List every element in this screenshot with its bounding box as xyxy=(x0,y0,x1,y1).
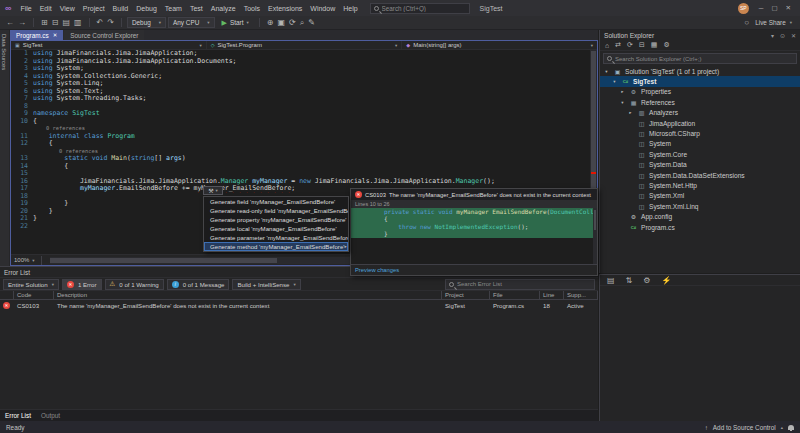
quick-action-item[interactable]: Generate method 'myManager_EmailSendBefo… xyxy=(204,242,348,251)
notifications-bell-icon[interactable] xyxy=(788,425,794,430)
maximize-icon[interactable]: ▢ xyxy=(767,4,781,12)
properties-icon[interactable]: ⚙ xyxy=(641,276,652,285)
new-project-icon[interactable]: ⊞ xyxy=(39,18,50,27)
tree-item[interactable]: ◫System.Data xyxy=(600,160,800,170)
menu-analyze[interactable]: Analyze xyxy=(207,5,240,12)
tree-item[interactable]: ▾▦References xyxy=(600,97,800,107)
column-header[interactable]: Line xyxy=(540,291,564,299)
solution-explorer-search-box[interactable] xyxy=(603,53,797,64)
configuration-dropdown[interactable]: Debug▾ xyxy=(127,17,166,28)
add-to-source-control-button[interactable]: Add to Source Control xyxy=(713,424,776,431)
menu-file[interactable]: File xyxy=(16,5,35,12)
search-input[interactable] xyxy=(382,5,466,12)
save-all-icon[interactable]: ▥ xyxy=(72,18,84,27)
platform-dropdown[interactable]: Any CPU▾ xyxy=(168,17,215,28)
tree-item[interactable]: ◫System xyxy=(600,139,800,149)
menu-extensions[interactable]: Extensions xyxy=(264,5,306,12)
error-search-input[interactable] xyxy=(457,281,591,287)
tree-item[interactable]: ⚙App.config xyxy=(600,211,800,221)
menu-tools[interactable]: Tools xyxy=(240,5,264,12)
menu-project[interactable]: Project xyxy=(79,5,109,12)
tree-item[interactable]: ◫System.Xml.Linq xyxy=(600,201,800,211)
menu-edit[interactable]: Edit xyxy=(36,5,56,12)
close-icon[interactable]: ✕ xyxy=(782,4,795,12)
panel-tab-output[interactable]: Output xyxy=(41,412,60,419)
menu-view[interactable]: View xyxy=(56,5,79,12)
quick-search-box[interactable] xyxy=(370,3,470,14)
menu-window[interactable]: Window xyxy=(306,5,339,12)
open-file-icon[interactable]: ⊟ xyxy=(50,18,61,27)
menu-build[interactable]: Build xyxy=(109,5,133,12)
editor-tab-program-cs[interactable]: Program.cs✕ xyxy=(10,30,63,40)
tree-item[interactable]: ▸▥Analyzers xyxy=(600,108,800,118)
quick-action-item[interactable]: Generate read-only field 'myManager_Emai… xyxy=(204,206,348,215)
member-dropdown[interactable]: ◆Main(string[] args)▾ xyxy=(402,41,597,49)
solution-search-input[interactable] xyxy=(615,56,793,62)
save-icon[interactable]: ▤ xyxy=(60,18,72,27)
column-header[interactable]: Description xyxy=(54,291,442,299)
undo-icon[interactable]: ↶ xyxy=(95,18,106,27)
tree-item[interactable]: ◫Microsoft.CSharp xyxy=(600,128,800,138)
error-row[interactable]: ✕CS0103The name 'myManager_EmailSendBefo… xyxy=(0,300,598,310)
menu-debug[interactable]: Debug xyxy=(132,5,161,12)
quick-action-item[interactable]: Generate parameter 'myManager_EmailSendB… xyxy=(204,233,348,242)
close-icon[interactable]: ✕ xyxy=(53,32,58,38)
preview-scrollbar[interactable] xyxy=(593,208,597,264)
column-header[interactable]: Supp... xyxy=(564,291,598,299)
chevron-down-icon[interactable]: ▾ xyxy=(771,32,774,39)
column-header[interactable]: Code xyxy=(14,291,54,299)
chevron-icon[interactable]: ▸ xyxy=(619,89,626,94)
chevron-icon[interactable]: ▾ xyxy=(619,100,626,105)
editor-tab-source-control-explorer[interactable]: Source Control Explorer xyxy=(64,30,144,40)
redo-icon[interactable]: ↷ xyxy=(105,18,116,27)
chevron-icon[interactable]: ▸ xyxy=(627,110,634,115)
collapse-all-icon[interactable]: ⊟ xyxy=(639,41,645,49)
tree-item[interactable]: ◫System.Xml xyxy=(600,191,800,201)
menu-test[interactable]: Test xyxy=(186,5,207,12)
edit-icon[interactable]: ✎ xyxy=(306,18,317,28)
live-share-label[interactable]: Live Share xyxy=(755,19,786,26)
find-icon[interactable]: ⌕ xyxy=(298,18,306,28)
pin-icon[interactable]: ⊙ xyxy=(780,32,785,39)
show-all-files-icon[interactable]: ▦ xyxy=(651,41,658,49)
refresh-icon[interactable]: ⟳ xyxy=(627,41,633,49)
switch-views-icon[interactable]: ⇄ xyxy=(615,41,621,49)
tree-item[interactable]: ◫System.Net.Http xyxy=(600,180,800,190)
errors-toggle[interactable]: ✕1 Error xyxy=(62,279,102,290)
alphabetical-icon[interactable]: ⇅ xyxy=(624,276,635,285)
messages-toggle[interactable]: i0 of 1 Message xyxy=(167,279,230,290)
quick-action-item[interactable]: Generate property 'myManager_EmailSendBe… xyxy=(204,215,348,224)
home-icon[interactable]: ⌂ xyxy=(605,42,609,49)
column-header[interactable]: Project xyxy=(442,291,490,299)
quick-action-item[interactable]: Generate field 'myManager_EmailSendBefor… xyxy=(204,197,348,206)
refresh-icon[interactable]: ⟳ xyxy=(287,18,298,28)
tree-item[interactable]: ▾C#SigTest xyxy=(600,76,800,86)
chevron-icon[interactable]: ▾ xyxy=(611,79,618,84)
properties-icon[interactable]: ⚙ xyxy=(663,41,669,49)
events-icon[interactable]: ⚡ xyxy=(659,276,673,285)
back-icon[interactable]: ← xyxy=(4,18,16,27)
menu-team[interactable]: Team xyxy=(161,5,186,12)
data-sources-vertical-tab[interactable]: Data Sources xyxy=(1,30,7,70)
tree-item[interactable]: C#Program.cs xyxy=(600,222,800,232)
chevron-icon[interactable]: ▾ xyxy=(603,69,610,74)
column-header[interactable]: File xyxy=(490,291,540,299)
panel-tab-error-list[interactable]: Error List xyxy=(5,412,31,419)
scope-dropdown[interactable]: Entire Solution▾ xyxy=(3,279,59,290)
tree-item[interactable]: ◫System.Data.DataSetExtensions xyxy=(600,170,800,180)
avatar[interactable]: SP xyxy=(738,3,749,14)
minimize-icon[interactable]: ─ xyxy=(755,4,768,12)
tree-item[interactable]: ◫System.Core xyxy=(600,149,800,159)
categorized-icon[interactable]: ▤ xyxy=(605,276,617,285)
tree-item[interactable]: ▸⚙Properties xyxy=(600,87,800,97)
preview-changes-link[interactable]: Preview changes xyxy=(355,267,399,273)
tree-item[interactable]: ◫JimaApplication xyxy=(600,118,800,128)
zoom-level[interactable]: 100% xyxy=(14,257,29,263)
close-icon[interactable]: ✕ xyxy=(791,32,796,39)
forward-icon[interactable]: → xyxy=(16,18,28,27)
attach-icon[interactable]: ⊕ xyxy=(265,18,276,28)
quick-actions-button[interactable]: ⚒ ▾ xyxy=(203,186,223,195)
menu-help[interactable]: Help xyxy=(339,5,361,12)
build-icon[interactable]: ▣ xyxy=(275,18,287,28)
quick-action-item[interactable]: Generate local 'myManager_EmailSendBefor… xyxy=(204,224,348,233)
